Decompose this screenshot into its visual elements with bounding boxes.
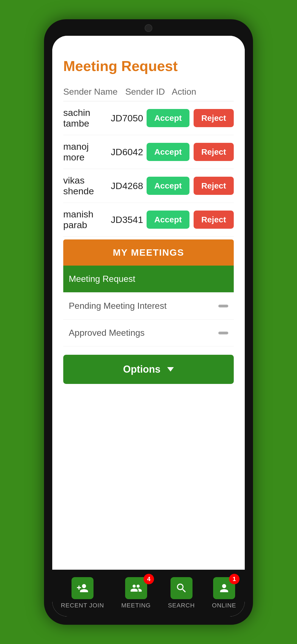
- sender-id: JD4268: [111, 181, 147, 191]
- page-title: Meeting Request: [63, 58, 234, 74]
- table-row: sachin tambe JD7050 Accept Reject: [63, 101, 234, 135]
- chevron-down-icon: [167, 367, 174, 372]
- action-buttons: Accept Reject: [147, 109, 234, 127]
- table-header: Sender Name Sender ID Action: [63, 83, 234, 101]
- menu-item-label: Pending Meeting Interest: [69, 301, 167, 311]
- options-button[interactable]: Options: [63, 355, 234, 384]
- nav-label-online: ONLINE: [212, 602, 236, 609]
- content-area: Meeting Request Sender Name Sender ID Ac…: [52, 50, 245, 570]
- nav-icon-search: [170, 577, 193, 599]
- accept-button[interactable]: Accept: [147, 143, 189, 161]
- nav-label-meeting: MEETING: [121, 602, 151, 609]
- accept-button[interactable]: Accept: [147, 211, 189, 229]
- meeting-icon: [130, 582, 142, 594]
- nav-icon-recent-join: [72, 577, 94, 599]
- menu-item-label: Meeting Request: [69, 274, 135, 284]
- bottom-nav: RECENT JOIN 4 MEETING SEARCH: [52, 570, 245, 616]
- action-buttons: Accept Reject: [147, 211, 234, 229]
- sender-id: JD6042: [111, 147, 147, 157]
- action-buttons: Accept Reject: [147, 177, 234, 195]
- table-row: vikas shende JD4268 Accept Reject: [63, 169, 234, 203]
- online-badge: 1: [229, 574, 240, 584]
- camera: [145, 24, 152, 32]
- nav-item-search[interactable]: SEARCH: [168, 577, 195, 609]
- accept-button[interactable]: Accept: [147, 177, 189, 195]
- sender-name: manish parab: [63, 209, 111, 230]
- col-header-name: Sender Name: [63, 87, 125, 97]
- nav-item-online[interactable]: 1 ONLINE: [212, 577, 236, 609]
- sender-name: sachin tambe: [63, 107, 111, 129]
- online-icon: [218, 582, 230, 594]
- my-meetings-header: MY MEETINGS: [63, 239, 234, 266]
- sender-id: JD7050: [111, 113, 147, 124]
- menu-indicator: [218, 332, 228, 334]
- meeting-badge: 4: [144, 574, 154, 584]
- screen: Meeting Request Sender Name Sender ID Ac…: [52, 36, 245, 616]
- phone-frame: Meeting Request Sender Name Sender ID Ac…: [44, 19, 253, 625]
- menu-item-pending[interactable]: Pending Meeting Interest: [63, 293, 234, 320]
- sender-name: vikas shende: [63, 175, 111, 197]
- reject-button[interactable]: Reject: [194, 143, 234, 161]
- nav-item-recent-join[interactable]: RECENT JOIN: [61, 577, 104, 609]
- menu-item-meeting-request[interactable]: Meeting Request: [63, 266, 234, 293]
- reject-button[interactable]: Reject: [194, 177, 234, 195]
- table-row: manoj more JD6042 Accept Reject: [63, 135, 234, 169]
- action-buttons: Accept Reject: [147, 143, 234, 161]
- nav-label-recent-join: RECENT JOIN: [61, 602, 104, 609]
- menu-indicator: [218, 305, 228, 307]
- nav-label-search: SEARCH: [168, 602, 195, 609]
- table-row: manish parab JD3541 Accept Reject: [63, 203, 234, 237]
- accept-button[interactable]: Accept: [147, 109, 189, 127]
- sender-name: manoj more: [63, 141, 111, 163]
- search-icon: [175, 582, 188, 594]
- recent-join-icon: [76, 582, 89, 594]
- sender-id: JD3541: [111, 214, 147, 225]
- menu-item-label: Approved Meetings: [69, 328, 145, 338]
- col-header-action: Action: [172, 87, 234, 97]
- nav-item-meeting[interactable]: 4 MEETING: [121, 577, 151, 609]
- menu-item-approved[interactable]: Approved Meetings: [63, 320, 234, 346]
- notch: [121, 19, 176, 34]
- reject-button[interactable]: Reject: [194, 109, 234, 127]
- empty-space: [63, 392, 234, 447]
- status-bar: [52, 36, 245, 50]
- options-label: Options: [123, 364, 161, 375]
- col-header-id: Sender ID: [125, 87, 172, 97]
- reject-button[interactable]: Reject: [194, 211, 234, 229]
